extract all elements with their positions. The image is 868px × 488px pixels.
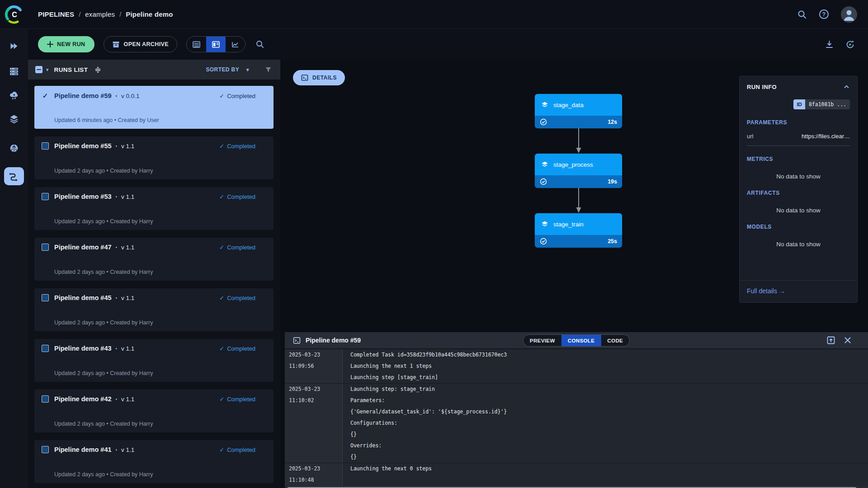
run-list-item[interactable]: ✓ Pipeline demo #59 • v 0.0.1 ✓Completed…: [34, 86, 274, 129]
no-data-text: No data to show: [747, 241, 850, 248]
sorted-by-dropdown[interactable]: SORTED BY ▾: [206, 66, 249, 73]
run-status-badge: ✓Completed: [219, 93, 255, 99]
pipeline-step-node[interactable]: stage_data 12s: [535, 94, 622, 128]
terminal-icon: [301, 74, 308, 81]
run-checkbox[interactable]: [42, 345, 49, 352]
run-name: Pipeline demo #47: [54, 244, 112, 251]
sidebar-item-workers-queues[interactable]: [4, 62, 24, 80]
run-name: Pipeline demo #41: [54, 446, 112, 453]
breadcrumb-item[interactable]: examples: [85, 10, 115, 18]
select-all-checkbox[interactable]: [35, 66, 42, 73]
pipelines-icon: [8, 170, 20, 182]
view-mode-toggle: [186, 36, 245, 52]
breadcrumb-item[interactable]: Pipeline demo: [126, 10, 173, 18]
parameter-key: url: [747, 133, 753, 140]
table-view-icon: [192, 40, 201, 49]
global-search-icon[interactable]: [797, 9, 807, 19]
horizontal-scrollbar-track: [285, 486, 868, 488]
svg-text:?: ?: [822, 11, 826, 18]
run-checkbox[interactable]: [42, 244, 49, 251]
left-sidebar: [0, 29, 28, 488]
run-list-item[interactable]: ✓ Pipeline demo #53 • v 1.1 ✓Completed U…: [34, 187, 274, 230]
step-duration: 25s: [608, 238, 617, 244]
run-checkbox[interactable]: [42, 142, 49, 150]
run-checkbox[interactable]: [42, 446, 49, 453]
chart-view-icon: [231, 40, 240, 49]
sidebar-item-pipelines[interactable]: [4, 167, 24, 185]
full-details-link[interactable]: Full details →: [747, 287, 785, 295]
filter-icon[interactable]: [264, 66, 272, 74]
select-dropdown-caret[interactable]: ▾: [46, 67, 49, 73]
run-status-badge: ✓Completed: [219, 193, 255, 200]
plus-icon: [47, 41, 53, 47]
run-list-item[interactable]: ✓ Pipeline demo #42 • v 1.1 ✓Completed U…: [34, 389, 274, 432]
run-list-item[interactable]: ✓ Pipeline demo #43 • v 1.1 ✓Completed U…: [34, 339, 274, 382]
console-tab-code[interactable]: CODE: [601, 335, 629, 346]
run-version: v 1.1: [121, 396, 134, 403]
sidebar-item-cloud-services[interactable]: [4, 86, 24, 104]
run-list-item[interactable]: ✓ Pipeline demo #41 • v 1.1 ✓Completed U…: [34, 440, 274, 483]
table-view-button[interactable]: [187, 37, 206, 52]
run-list-item[interactable]: ✓ Pipeline demo #47 • v 1.1 ✓Completed U…: [34, 238, 274, 281]
run-name: Pipeline demo #59: [54, 92, 112, 99]
pipeline-canvas: DETAILS stage_data 12s: [280, 60, 868, 488]
run-version: v 1.1: [121, 446, 134, 453]
list-settings-icon[interactable]: [94, 66, 102, 74]
sidebar-item-projects[interactable]: [4, 37, 24, 55]
arrow-down-icon: [576, 188, 582, 213]
runs-search-icon[interactable]: [255, 40, 264, 49]
sidebar-item-datasets[interactable]: [4, 110, 24, 128]
runs-panel: ▾ RUNS LIST SORTED BY ▾ ✓ Pipeline demo …: [28, 60, 280, 488]
run-checkbox[interactable]: [42, 294, 49, 301]
clearml-logo[interactable]: C: [0, 0, 28, 29]
run-name: Pipeline demo #42: [54, 395, 112, 403]
console-tab-console[interactable]: CONSOLE: [561, 335, 601, 346]
breadcrumb-item[interactable]: PIPELINES: [38, 10, 74, 18]
run-id-chip[interactable]: ID 8fa1081b ...: [793, 99, 850, 109]
run-list-item[interactable]: ✓ Pipeline demo #45 • v 1.1 ✓Completed U…: [34, 288, 274, 331]
help-icon[interactable]: ?: [819, 9, 829, 19]
download-icon[interactable]: [825, 40, 834, 49]
run-checkbox[interactable]: [42, 395, 49, 403]
open-in-new-icon[interactable]: [826, 336, 835, 345]
open-archive-button[interactable]: OPEN ARCHIVE: [104, 36, 178, 52]
pipeline-step-node[interactable]: stage_train 25s: [535, 213, 622, 248]
chart-view-button[interactable]: [226, 37, 245, 52]
log-line: Launching step [stage_train]: [350, 372, 507, 383]
separator-dot: •: [116, 296, 118, 300]
auto-refresh-icon[interactable]: [845, 39, 855, 50]
step-icon: [540, 100, 549, 109]
sidebar-item-models[interactable]: [4, 139, 24, 157]
run-status-badge: ✓Completed: [219, 143, 255, 150]
run-version: v 1.1: [121, 345, 134, 352]
close-icon[interactable]: [844, 336, 852, 344]
pipeline-step-node[interactable]: stage_process 19s: [535, 154, 622, 188]
console-log-entry: 2025-03-23 11:09:56Completed Task id=358…: [285, 349, 868, 383]
run-info-title: RUN INFO: [747, 84, 777, 90]
run-list-item[interactable]: ✓ Pipeline demo #55 • v 1.1 ✓Completed U…: [34, 136, 274, 179]
selected-check-icon: ✓: [42, 92, 49, 100]
split-view-button[interactable]: [206, 37, 226, 52]
arrow-down-icon: [576, 128, 582, 154]
id-badge: ID: [793, 99, 805, 109]
separator-dot: •: [116, 94, 118, 99]
run-name: Pipeline demo #43: [54, 345, 112, 352]
no-data-text: No data to show: [747, 207, 850, 214]
details-button[interactable]: DETAILS: [293, 70, 345, 85]
console-tabs: PREVIEW CONSOLE CODE: [523, 334, 630, 347]
run-version: v 1.1: [121, 244, 134, 251]
top-bar: C PIPELINES/examples/Pipeline demo ?: [0, 0, 868, 29]
cloud-services-icon: [9, 90, 19, 101]
run-name: Pipeline demo #45: [54, 294, 112, 301]
run-checkbox[interactable]: [42, 193, 49, 200]
new-run-button[interactable]: NEW RUN: [38, 36, 94, 52]
runs-list-header: ▾ RUNS LIST SORTED BY ▾: [28, 60, 280, 80]
step-name: stage_data: [553, 102, 584, 108]
console-tab-preview[interactable]: PREVIEW: [524, 335, 561, 346]
terminal-icon: [293, 337, 301, 344]
collapse-panel-icon[interactable]: [843, 84, 850, 90]
user-avatar[interactable]: [841, 6, 857, 23]
run-id-value: 8fa1081b ...: [805, 99, 850, 109]
completed-check-icon: [540, 238, 547, 245]
parameters-rows: urlhttps://files.clear…: [747, 126, 850, 146]
